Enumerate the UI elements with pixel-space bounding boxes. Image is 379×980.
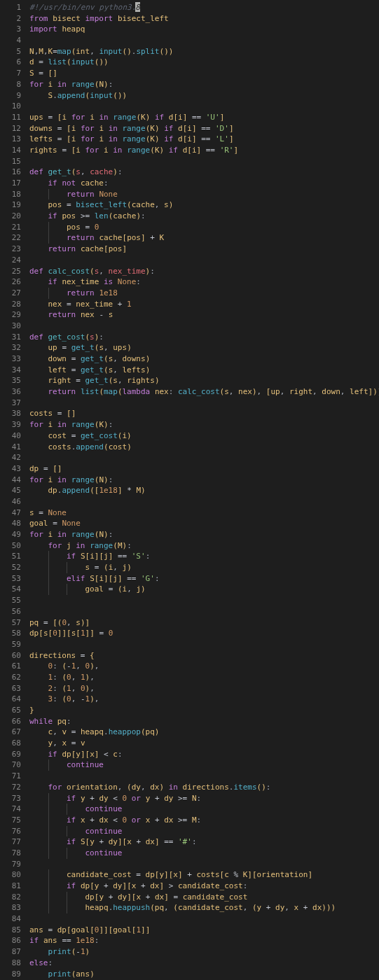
code-line[interactable]: print(-1) (29, 946, 379, 958)
code-line[interactable]: downs = [i for i in range(K) if d[i] == … (29, 123, 379, 134)
code-line[interactable]: for i in range(N): (29, 79, 379, 90)
code-line[interactable] (29, 156, 379, 167)
code-line[interactable]: if dp[y + dy][x + dx] > candidate_cost: (29, 881, 379, 892)
code-line[interactable] (29, 606, 379, 617)
code-line[interactable]: if dp[y][x] < c: (29, 749, 379, 760)
code-area[interactable]: #!/usr/bin/env python3.8from bisect impo… (29, 2, 379, 979)
code-line[interactable] (29, 452, 379, 463)
code-line[interactable]: y, x = v (29, 738, 379, 749)
code-line[interactable]: for i in range(K): (29, 419, 379, 430)
code-line[interactable]: if nex_time is None: (29, 276, 379, 288)
code-line[interactable]: ans = dp[goal[0]][goal[1]] (29, 925, 379, 936)
code-line[interactable]: ups = [i for i in range(K) if d[i] == 'U… (29, 112, 379, 123)
line-number: 53 (0, 573, 21, 584)
code-line[interactable] (29, 771, 379, 782)
code-line[interactable]: return 1e18 (29, 288, 379, 299)
code-line[interactable]: continue (29, 760, 379, 771)
code-line[interactable]: } (29, 705, 379, 716)
code-line[interactable]: cost = get_cost(i) (29, 430, 379, 442)
code-line[interactable]: for i in range(N): (29, 475, 379, 486)
code-line[interactable]: import heapq (29, 24, 379, 35)
code-line[interactable]: elif S[i][j] == 'G': (29, 573, 379, 584)
code-line[interactable] (29, 398, 379, 409)
line-number: 58 (0, 628, 21, 639)
code-line[interactable]: for orientation, (dy, dx) in directions.… (29, 782, 379, 793)
code-line[interactable]: candidate_cost = dp[y][x] + costs[c % K]… (29, 869, 379, 881)
code-line[interactable]: nex = nex_time + 1 (29, 299, 379, 310)
code-line[interactable] (29, 859, 379, 870)
code-line[interactable]: directions = { (29, 650, 379, 662)
code-line[interactable]: left = get_t(s, lefts) (29, 365, 379, 376)
code-line[interactable] (29, 913, 379, 925)
code-line[interactable]: continue (29, 848, 379, 859)
code-line[interactable]: lefts = [i for i in range(K) if d[i] == … (29, 134, 379, 145)
code-line[interactable]: #!/usr/bin/env python3.8 (29, 2, 379, 13)
code-line[interactable] (29, 496, 379, 507)
code-line[interactable]: goal = None (29, 518, 379, 529)
code-line[interactable]: continue (29, 804, 379, 815)
code-line[interactable]: up = get_t(s, ups) (29, 342, 379, 354)
line-number: 60 (0, 650, 21, 662)
code-line[interactable]: return None (29, 189, 379, 200)
code-line[interactable]: costs = [] (29, 408, 379, 419)
code-line[interactable]: dp = [] (29, 463, 379, 475)
code-line[interactable]: d = list(input()) (29, 57, 379, 68)
code-line[interactable] (29, 101, 379, 112)
code-line[interactable]: for j in range(M): (29, 540, 379, 552)
code-line[interactable]: 0: (-1, 0), (29, 661, 379, 672)
code-line[interactable]: for i in range(N): (29, 529, 379, 540)
code-line[interactable]: if pos >= len(cache): (29, 211, 379, 222)
code-line[interactable]: pos = bisect_left(cache, s) (29, 200, 379, 211)
code-line[interactable]: costs.append(cost) (29, 442, 379, 453)
code-line[interactable]: S = [] (29, 68, 379, 79)
code-line[interactable]: from bisect import bisect_left (29, 13, 379, 24)
code-line[interactable]: goal = (i, j) (29, 584, 379, 595)
code-line[interactable]: return cache[pos] + K (29, 232, 379, 244)
code-line[interactable]: else: (29, 958, 379, 969)
code-line[interactable]: if x + dx < 0 or x + dx >= M: (29, 815, 379, 826)
code-line[interactable]: dp.append([1e18] * M) (29, 485, 379, 496)
code-line[interactable]: c, v = heapq.heappop(pq) (29, 727, 379, 738)
code-line[interactable] (29, 255, 379, 266)
code-line[interactable]: down = get_t(s, downs) (29, 354, 379, 365)
code-line[interactable]: continue (29, 826, 379, 837)
code-line[interactable]: if ans == 1e18: (29, 935, 379, 946)
code-line[interactable]: heapq.heappush(pq, (candidate_cost, (y +… (29, 902, 379, 913)
line-number: 79 (0, 859, 21, 870)
code-line[interactable]: pos = 0 (29, 222, 379, 233)
code-line[interactable]: def calc_cost(s, nex_time): (29, 266, 379, 277)
code-line[interactable]: S.append(input()) (29, 90, 379, 102)
code-line[interactable]: s = (i, j) (29, 562, 379, 573)
code-line[interactable]: dp[s[0]][s[1]] = 0 (29, 628, 379, 639)
code-line[interactable]: return cache[pos] (29, 244, 379, 255)
code-line[interactable]: print(ans) (29, 969, 379, 980)
line-number: 73 (0, 793, 21, 804)
line-number: 56 (0, 606, 21, 617)
code-line[interactable] (29, 35, 379, 46)
code-line[interactable]: return nex - s (29, 309, 379, 321)
code-line[interactable]: if y + dy < 0 or y + dy >= N: (29, 793, 379, 804)
code-line[interactable] (29, 595, 379, 606)
code-line[interactable]: 1: (0, 1), (29, 672, 379, 683)
code-line[interactable] (29, 321, 379, 332)
code-line[interactable]: if S[y + dy][x + dx] == '#': (29, 836, 379, 848)
code-line[interactable]: 3: (0, -1), (29, 694, 379, 705)
line-number: 48 (0, 518, 21, 529)
code-line[interactable]: if not cache: (29, 178, 379, 189)
line-number: 41 (0, 442, 21, 453)
code-line[interactable] (29, 639, 379, 650)
code-line[interactable]: def get_t(s, cache): (29, 167, 379, 178)
code-line[interactable]: N,M,K=map(int, input().split()) (29, 46, 379, 57)
code-line[interactable]: return list(map(lambda nex: calc_cost(s,… (29, 386, 379, 398)
code-line[interactable]: def get_cost(s): (29, 332, 379, 343)
code-line[interactable]: while pq: (29, 716, 379, 727)
code-line[interactable]: right = get_t(s, rights) (29, 375, 379, 386)
code-line[interactable]: pq = [(0, s)] (29, 617, 379, 629)
line-number: 20 (0, 211, 21, 222)
code-line[interactable]: s = None (29, 507, 379, 519)
code-line[interactable]: rights = [i for i in range(K) if d[i] ==… (29, 145, 379, 156)
code-line[interactable]: dp[y + dy][x + dx] = candidate_cost (29, 892, 379, 903)
code-editor[interactable]: 1234567891011121314151617181920212223242… (0, 0, 379, 979)
code-line[interactable]: if S[i][j] == 'S': (29, 551, 379, 562)
code-line[interactable]: 2: (1, 0), (29, 683, 379, 694)
